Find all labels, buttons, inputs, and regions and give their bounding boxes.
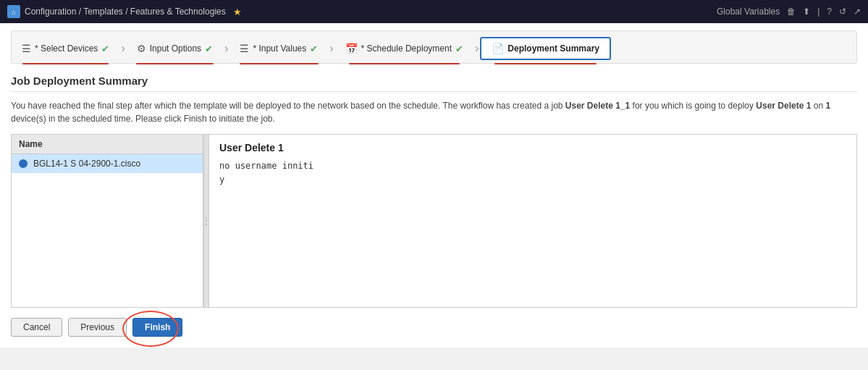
step-summary-label: Deployment Summary bbox=[507, 43, 599, 54]
radio-selected bbox=[19, 159, 28, 168]
step-input-options-check: ✔ bbox=[205, 43, 213, 54]
previous-button[interactable]: Previous bbox=[68, 318, 127, 337]
split-panel: Name BGL14-1 S 04-2900-1.cisco User Dele… bbox=[11, 134, 857, 308]
finish-button[interactable]: Finish bbox=[132, 318, 182, 337]
info-prefix: You have reached the final step after wh… bbox=[11, 101, 565, 111]
right-panel-content: no username inniti y bbox=[219, 159, 846, 187]
global-variables-link[interactable]: Global Variables bbox=[717, 7, 780, 17]
top-nav: ⌂ Configuration / Templates / Features &… bbox=[0, 0, 868, 23]
step-input-values[interactable]: ☰ * Input Values ✔ bbox=[229, 38, 328, 59]
right-panel: User Delete 1 no username inniti y bbox=[209, 135, 856, 307]
arrow-4: › bbox=[473, 42, 480, 55]
device-name: BGL14-1 S 04-2900-1.cisco bbox=[33, 159, 140, 169]
trash-icon[interactable]: 🗑 bbox=[787, 7, 796, 17]
input-values-icon: ☰ bbox=[240, 43, 249, 54]
step-input-values-label: * Input Values bbox=[253, 43, 306, 54]
section-title: Job Deployment Summary bbox=[11, 75, 857, 92]
input-options-icon: ⚙ bbox=[137, 43, 146, 54]
main-content: ☰ * Select Devices ✔ › ⚙ Input Options ✔… bbox=[0, 23, 868, 348]
select-devices-icon: ☰ bbox=[22, 43, 31, 54]
job-name: User Delete 1_1 bbox=[565, 101, 630, 111]
summary-icon: 📄 bbox=[492, 43, 504, 54]
nav-right: Global Variables 🗑 ⬆ | ? ↺ ↗ bbox=[717, 7, 861, 17]
info-text: You have reached the final step after wh… bbox=[11, 99, 857, 125]
refresh-icon[interactable]: ↺ bbox=[839, 7, 846, 17]
arrow-1: › bbox=[119, 42, 126, 55]
breadcrumb: Configuration / Templates / Features & T… bbox=[25, 7, 226, 17]
config-line-2: y bbox=[219, 173, 846, 187]
info-tail: device(s) in the scheduled time. Please … bbox=[11, 114, 275, 124]
config-line-1: no username inniti bbox=[219, 159, 846, 173]
upload-icon[interactable]: ⬆ bbox=[803, 7, 810, 17]
job-template: User Delete 1 bbox=[756, 101, 811, 111]
external-icon[interactable]: ↗ bbox=[854, 7, 861, 17]
help-icon[interactable]: ? bbox=[827, 7, 832, 17]
info-end: on bbox=[811, 101, 825, 111]
footer-bar: Cancel Previous Finish bbox=[11, 318, 857, 337]
step-schedule-check: ✔ bbox=[455, 43, 463, 54]
left-panel: Name BGL14-1 S 04-2900-1.cisco bbox=[12, 135, 203, 307]
step-select-devices-check: ✔ bbox=[101, 43, 109, 54]
finish-highlight: Finish bbox=[132, 318, 182, 337]
resize-handle-vertical[interactable] bbox=[203, 135, 209, 307]
right-panel-title: User Delete 1 bbox=[219, 142, 846, 154]
wizard-bar: ☰ * Select Devices ✔ › ⚙ Input Options ✔… bbox=[11, 30, 857, 64]
arrow-3: › bbox=[328, 42, 334, 55]
info-mid: for you which is going to deploy bbox=[630, 101, 756, 111]
step-schedule-deployment[interactable]: 📅 * Schedule Deployment ✔ bbox=[335, 38, 473, 59]
step-input-options[interactable]: ⚙ Input Options ✔ bbox=[127, 38, 223, 59]
device-row[interactable]: BGL14-1 S 04-2900-1.cisco bbox=[12, 154, 203, 173]
star-icon[interactable]: ★ bbox=[233, 7, 242, 17]
arrow-2: › bbox=[223, 42, 229, 55]
nav-left: ⌂ Configuration / Templates / Features &… bbox=[7, 5, 242, 18]
step-select-devices[interactable]: ☰ * Select Devices ✔ bbox=[12, 38, 119, 59]
cancel-button[interactable]: Cancel bbox=[11, 318, 62, 337]
step-input-options-label: Input Options bbox=[150, 43, 201, 54]
device-count: 1 bbox=[825, 101, 830, 111]
schedule-icon: 📅 bbox=[345, 43, 358, 54]
step-schedule-label: * Schedule Deployment bbox=[361, 43, 452, 54]
step-deployment-summary[interactable]: 📄 Deployment Summary bbox=[480, 37, 611, 60]
step-input-values-check: ✔ bbox=[310, 43, 318, 54]
left-panel-header: Name bbox=[12, 135, 203, 154]
step-select-devices-label: * Select Devices bbox=[35, 43, 98, 54]
home-icon[interactable]: ⌂ bbox=[7, 5, 20, 18]
